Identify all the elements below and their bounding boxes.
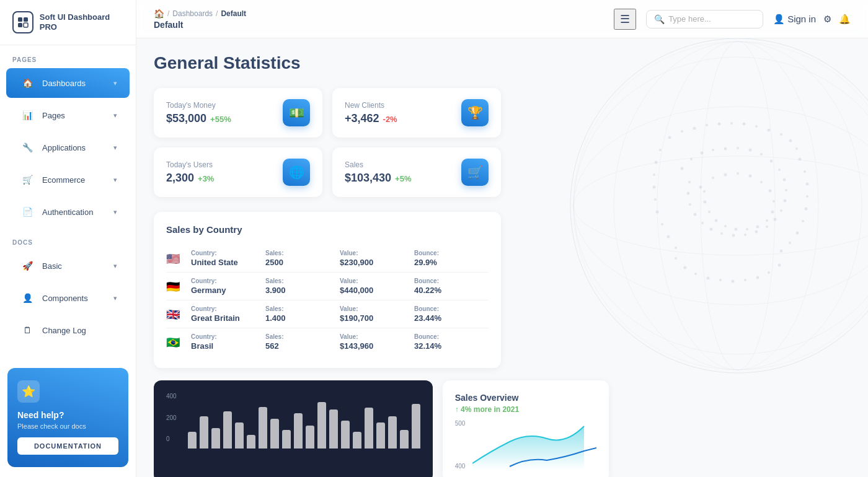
help-star-icon: ⭐ [17, 380, 40, 403]
svg-point-76 [687, 192, 690, 195]
bounce-br: 32.14% [414, 341, 489, 351]
svg-point-43 [684, 266, 687, 269]
svg-point-83 [760, 181, 763, 183]
bounce-de: 40.22% [414, 286, 489, 295]
bar-item [353, 432, 361, 449]
svg-point-94 [704, 201, 707, 204]
docs-section-label: DOCS [0, 228, 136, 250]
country-name-us: United State [191, 258, 265, 267]
documentation-button[interactable]: DOCUMENTATION [17, 437, 118, 455]
country-name-gb: Great Britain [191, 313, 265, 323]
clients-icon: 🏆 [461, 99, 489, 126]
svg-point-64 [784, 199, 787, 203]
navbar-page-title: Default [154, 20, 246, 30]
stat-value-money: $53,000 [166, 112, 206, 125]
home-icon: 🏠 [154, 9, 164, 19]
sales-country-title: Sales by Country [166, 224, 489, 235]
chevron-down-icon: ▾ [113, 262, 117, 270]
svg-point-59 [760, 153, 763, 155]
user-icon: 👤 [773, 14, 785, 25]
sidebar-item-components[interactable]: 👤 Components ▾ [6, 283, 130, 313]
svg-point-8 [574, 57, 868, 354]
sidebar-item-authentication[interactable]: 📄 Authentication ▾ [6, 197, 130, 227]
stat-card-users: Today's Users 2,300 +3% 🌐 [154, 147, 322, 197]
breadcrumb-dashboards[interactable]: Dashboards [172, 9, 213, 18]
notifications-button[interactable]: 🔔 [839, 14, 851, 25]
settings-button[interactable]: ⚙ [823, 14, 831, 25]
svg-point-12 [668, 136, 671, 139]
bar-item [223, 411, 232, 449]
svg-point-67 [766, 225, 768, 228]
sidebar-help-card: ⭐ Need help? Please check our docs DOCUM… [7, 368, 128, 467]
country-row-gb: 🇬🇧 Country: Great Britain Sales: 1.400 V… [166, 300, 489, 328]
stat-change-money: +55% [210, 115, 231, 124]
svg-point-17 [730, 122, 733, 125]
stat-change-sales: +5% [395, 174, 411, 183]
stat-change-clients: -2% [383, 115, 397, 124]
help-title: Need help? [17, 410, 118, 420]
hamburger-button[interactable]: ☰ [614, 9, 636, 30]
svg-point-53 [690, 158, 693, 160]
svg-point-93 [708, 211, 711, 213]
svg-point-13 [681, 130, 683, 133]
stat-card-sales: Sales $103,430 +5% 🛒 [332, 147, 501, 197]
ecommerce-icon: 🛒 [19, 171, 36, 188]
bar-item [188, 432, 197, 449]
svg-point-80 [724, 173, 727, 177]
search-icon: 🔍 [654, 14, 665, 24]
sidebar-item-basic[interactable]: 🚀 Basic ▾ [6, 251, 130, 281]
sidebar-item-changelog[interactable]: 🗒 Change Log [6, 315, 130, 345]
svg-point-75 [689, 203, 691, 206]
bar-y-labels: 400 200 0 [166, 393, 177, 442]
sidebar-item-dashboards[interactable]: 🏠 Dashboards ▾ [6, 68, 130, 98]
country-row-br: 🇧🇷 Country: Brasil Sales: 562 Value: $14… [166, 328, 489, 356]
svg-point-84 [769, 190, 772, 193]
svg-point-57 [737, 147, 739, 149]
sidebar-item-label-ecommerce: Ecommerce [42, 175, 107, 185]
svg-point-66 [774, 218, 777, 221]
bar-item [306, 426, 314, 449]
sidebar-item-ecommerce[interactable]: 🛒 Ecommerce ▾ [6, 165, 130, 195]
components-icon: 👤 [19, 289, 36, 307]
stat-label-sales: Sales [345, 160, 411, 169]
bounce-us: 29.9% [414, 258, 489, 267]
users-icon: 🌐 [283, 159, 310, 186]
svg-point-88 [756, 225, 760, 229]
chevron-down-icon: ▾ [113, 176, 117, 184]
svg-point-51 [778, 264, 781, 267]
svg-point-31 [667, 235, 670, 239]
flag-br: 🇧🇷 [166, 336, 184, 348]
bar-item [211, 428, 220, 449]
svg-point-21 [780, 133, 782, 136]
bar-item [270, 419, 279, 449]
bar-item [388, 416, 397, 449]
svg-point-45 [707, 277, 710, 280]
breadcrumb-current: Default [221, 9, 246, 18]
navbar: 🏠 / Dashboards / Default Default ☰ 🔍 👤 S… [136, 0, 868, 38]
page-title: General Statistics [154, 53, 851, 73]
sales-de: 3.900 [265, 286, 340, 295]
sales-gb: 1.400 [265, 313, 340, 323]
svg-point-16 [718, 123, 721, 126]
pages-section-label: PAGES [0, 45, 136, 67]
svg-point-68 [755, 230, 758, 234]
svg-point-18 [743, 123, 746, 126]
sign-in-button[interactable]: 👤 Sign in [773, 14, 816, 25]
changelog-icon: 🗒 [19, 322, 36, 339]
svg-point-58 [749, 149, 752, 152]
stat-value-sales: $103,430 [345, 172, 391, 185]
sales-overview-card: Sales Overview ↑ 4% more in 2021 500 400 [443, 380, 609, 477]
sidebar-item-applications[interactable]: 🔧 Applications ▾ [6, 133, 130, 162]
bar-item [259, 407, 267, 449]
svg-point-41 [780, 250, 783, 253]
value-br: $143,960 [340, 341, 414, 351]
svg-point-70 [732, 234, 735, 237]
sidebar: Soft UI Dashboard PRO PAGES 🏠 Dashboards… [0, 0, 136, 477]
search-input[interactable] [668, 14, 755, 24]
svg-rect-2 [18, 23, 22, 27]
svg-point-33 [799, 158, 802, 161]
sidebar-item-label-pages: Pages [42, 111, 107, 120]
svg-point-10 [657, 42, 818, 370]
sidebar-item-pages[interactable]: 📊 Pages ▾ [6, 100, 130, 130]
stat-change-users: +3% [198, 174, 214, 183]
